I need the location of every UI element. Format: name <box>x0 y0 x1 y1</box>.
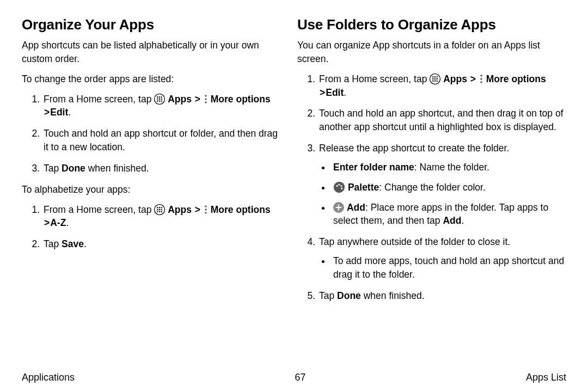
period: . <box>84 238 87 249</box>
folder-options: Enter folder name: Name the folder. Pale… <box>319 161 566 228</box>
step-1: From a Home screen, tap Apps > More opti… <box>318 72 566 100</box>
svg-rect-27 <box>432 76 433 77</box>
svg-rect-28 <box>434 76 436 77</box>
palette-icon <box>333 181 345 193</box>
svg-rect-19 <box>161 209 162 210</box>
svg-rect-6 <box>161 99 162 100</box>
more-bullets: To add more apps, touch and hold an app … <box>319 254 566 281</box>
footer-right: Apps List <box>526 372 566 383</box>
right-column: Use Folders to Organize Apps You can org… <box>294 16 566 359</box>
page-footer: Applications 67 Apps List <box>22 372 566 383</box>
svg-rect-34 <box>434 81 436 82</box>
svg-rect-50 <box>336 207 342 208</box>
add-label: Add <box>347 202 365 213</box>
text: Release the app shortcut to create the f… <box>319 143 509 154</box>
svg-point-45 <box>339 184 340 186</box>
more-options-label: More options <box>211 94 271 105</box>
svg-point-23 <box>205 205 206 207</box>
chevron: > <box>319 87 326 98</box>
svg-rect-31 <box>434 78 436 79</box>
svg-rect-22 <box>161 211 162 212</box>
done-label: Done <box>337 290 361 301</box>
edit-label: Edit <box>326 87 344 98</box>
step-2: Touch and hold an app shortcut, and then… <box>318 107 566 134</box>
step-2: Tap Save. <box>42 237 280 251</box>
step-2: Touch and hold an app shortcut or folder… <box>42 127 280 154</box>
add-label-2: Add <box>443 215 461 226</box>
heading-organize: Organize Your Apps <box>22 16 280 33</box>
svg-rect-17 <box>157 209 158 210</box>
chevron: > <box>194 94 201 105</box>
text: when finished. <box>361 290 425 301</box>
text: From a Home screen, tap <box>44 204 154 215</box>
text: : Name the folder. <box>414 162 489 173</box>
add-icon <box>333 202 344 213</box>
apps-label: Apps <box>168 94 192 105</box>
svg-point-38 <box>480 81 482 83</box>
bullet-palette: Palette: Change the folder color. <box>331 181 566 194</box>
step-3: Release the app shortcut to create the f… <box>318 142 566 228</box>
lead-change-order: To change the order apps are listed: <box>22 72 280 86</box>
chevron: > <box>470 74 476 84</box>
svg-rect-30 <box>432 78 433 79</box>
intro-right: You can organize App shortcuts in a fold… <box>297 39 566 66</box>
svg-rect-7 <box>157 101 158 102</box>
intro-left: App shortcuts can be listed alphabetical… <box>22 39 280 66</box>
more-options-icon <box>479 74 483 84</box>
svg-rect-5 <box>159 99 160 100</box>
text: when finished. <box>85 163 149 174</box>
svg-rect-15 <box>159 207 160 208</box>
svg-rect-1 <box>157 96 158 97</box>
chevron: > <box>194 204 201 215</box>
text: Tap <box>44 163 62 174</box>
period: . <box>66 217 69 228</box>
svg-point-11 <box>205 98 206 100</box>
period: . <box>344 87 346 98</box>
svg-rect-9 <box>161 101 162 102</box>
svg-point-12 <box>205 101 206 103</box>
step-1: From a Home screen, tap Apps > More opti… <box>42 93 280 120</box>
steps-alphabetize: From a Home screen, tap Apps > More opti… <box>22 203 280 252</box>
svg-rect-8 <box>159 101 160 102</box>
az-label: A-Z <box>50 217 66 228</box>
left-column: Organize Your Apps App shortcuts can be … <box>22 16 294 359</box>
bullet-enter-name: Enter folder name: Name the folder. <box>331 161 566 174</box>
heading-folders: Use Folders to Organize Apps <box>297 16 566 33</box>
save-label: Save <box>62 238 84 249</box>
step-4: Tap anywhere outside of the folder to cl… <box>318 235 566 281</box>
svg-rect-14 <box>157 207 158 208</box>
period: . <box>68 107 71 118</box>
svg-rect-33 <box>432 81 433 82</box>
svg-point-10 <box>205 95 206 96</box>
apps-label: Apps <box>443 74 467 84</box>
svg-rect-4 <box>157 99 158 100</box>
svg-point-25 <box>205 212 206 213</box>
steps-folders: From a Home screen, tap Apps > More opti… <box>297 72 566 303</box>
more-options-label: More options <box>486 74 546 84</box>
more-options-icon <box>204 204 208 215</box>
apps-label: Apps <box>168 204 192 215</box>
text: From a Home screen, tap <box>44 94 154 105</box>
text: Tap <box>319 290 337 301</box>
text: : Change the folder color. <box>379 182 486 193</box>
svg-rect-21 <box>159 211 160 212</box>
text: : Place more apps in the folder. Tap app… <box>333 202 548 226</box>
apps-grid-icon <box>154 204 165 215</box>
step-3: Tap Done when finished. <box>42 162 280 175</box>
svg-rect-20 <box>157 211 158 212</box>
svg-rect-32 <box>437 78 438 79</box>
svg-rect-2 <box>159 96 160 97</box>
bullet-add: Add: Place more apps in the folder. Tap … <box>331 201 566 228</box>
text: From a Home screen, tap <box>319 74 430 84</box>
bullet-more-apps: To add more apps, touch and hold an app … <box>331 254 566 281</box>
step-5: Tap Done when finished. <box>318 289 566 303</box>
palette-label: Palette <box>348 182 379 193</box>
svg-point-37 <box>480 78 482 79</box>
footer-page-number: 67 <box>295 372 305 383</box>
svg-rect-3 <box>161 96 162 97</box>
svg-rect-16 <box>161 207 162 208</box>
svg-rect-18 <box>159 209 160 210</box>
step-1: From a Home screen, tap Apps > More opti… <box>42 203 280 230</box>
enter-folder-name-label: Enter folder name <box>333 162 414 173</box>
svg-point-44 <box>336 185 338 187</box>
